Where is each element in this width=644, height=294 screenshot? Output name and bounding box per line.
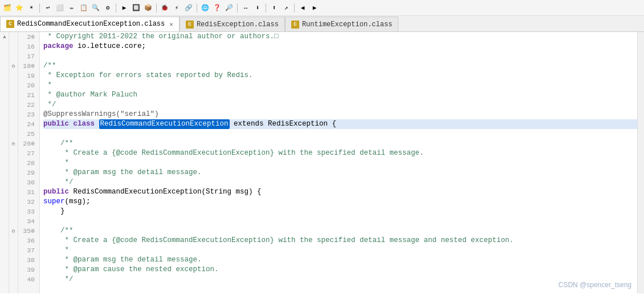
toolbar-icon-19[interactable]: ↔️ [241, 3, 251, 13]
line-number: 38 [18, 255, 37, 265]
collapse-arrow-top[interactable]: ▲ [0, 32, 9, 42]
tab-close-1[interactable]: ✕ [169, 21, 173, 28]
toolbar-icon-16[interactable]: 🌐 [200, 3, 210, 13]
line-number: 39 [18, 265, 37, 275]
code-line: * [43, 245, 637, 255]
line-number: 17 [18, 51, 37, 61]
toolbar-sep-6 [266, 3, 266, 13]
fold-marker [9, 129, 18, 139]
code-line: /** [43, 139, 637, 148]
fold-marker [9, 265, 18, 275]
toolbar-icon-23[interactable]: ◀️ [297, 3, 308, 13]
toolbar-sep-2 [116, 3, 116, 13]
line-number: 21 [18, 90, 37, 100]
toolbar-icon-15[interactable]: 🔗 [184, 3, 194, 13]
code-line [43, 216, 637, 226]
toolbar-icon-12[interactable]: 📦 [143, 3, 153, 13]
code-line: /** [43, 61, 637, 71]
fold-marker [9, 178, 18, 187]
tab-icon-2: C [186, 21, 194, 29]
toolbar-icon-7[interactable]: 📋 [79, 3, 89, 13]
toolbar-icon-18[interactable]: 🔎 [224, 3, 234, 13]
line-number: 18⊕ [18, 61, 37, 71]
left-collapse-gutter: ▲ [0, 32, 9, 293]
tab-icon-1: C [6, 20, 14, 28]
toolbar-icon-10[interactable]: ▶️ [119, 3, 129, 13]
toolbar-sep-3 [156, 3, 157, 13]
fold-marker[interactable]: ⊖ [9, 139, 18, 148]
tab-redis-command-execution[interactable]: C RedisCommandExecutionException.class ✕ [0, 17, 180, 31]
tab-label-1: RedisCommandExecutionException.class [17, 20, 165, 28]
line-number: 37 [18, 245, 37, 255]
code-line: public RedisCommandExecutionException(St… [43, 187, 637, 197]
code-line: * @param msg the detail message. [43, 168, 637, 178]
code-line: public class RedisCommandExecutionExcept… [43, 119, 637, 129]
fold-marker [9, 80, 18, 90]
fold-marker [9, 207, 18, 216]
fold-marker [9, 110, 18, 119]
fold-marker [9, 255, 18, 265]
line-number: 36 [18, 236, 37, 245]
line-number: 34 [18, 216, 37, 226]
toolbar-icon-14[interactable]: ⚡ [172, 3, 182, 13]
toolbar-icon-3[interactable]: ☀️ [26, 3, 36, 13]
watermark: CSDN @spencer_tseng [559, 281, 631, 289]
fold-marker [9, 245, 18, 255]
vertical-scrollbar[interactable] [637, 32, 644, 293]
editor-area: ▲ ⊖⊖⊖ 2⊕161718⊕1920212223242526⊕27282930… [0, 32, 644, 293]
code-line: @SuppressWarnings("serial") [43, 110, 637, 119]
line-number: 25 [18, 129, 37, 139]
line-number: 40 [18, 275, 37, 284]
tabs-bar: C RedisCommandExecutionException.class ✕… [0, 16, 644, 32]
code-line: * [43, 158, 637, 168]
fold-marker [9, 100, 18, 110]
fold-marker [9, 158, 18, 168]
fold-marker [9, 216, 18, 226]
toolbar-icon-5[interactable]: ⬜ [55, 3, 65, 13]
code-editor[interactable]: * Copyright 2011-2022 the original autho… [40, 32, 637, 293]
toolbar-icon-4[interactable]: ↩️ [43, 3, 53, 13]
toolbar-icon-11[interactable]: 🔲 [131, 3, 141, 13]
toolbar-icon-22[interactable]: ↗️ [281, 3, 291, 13]
code-line: /** [43, 226, 637, 236]
toolbar-sep-7 [294, 3, 295, 13]
code-line [43, 129, 637, 139]
fold-marker [9, 148, 18, 158]
line-number: 26⊕ [18, 139, 37, 148]
line-number: 20 [18, 80, 37, 90]
fold-marker [9, 119, 18, 129]
toolbar-icon-9[interactable]: ⚙️ [103, 3, 113, 13]
line-number: 32 [18, 197, 37, 207]
fold-marker[interactable]: ⊖ [9, 226, 18, 236]
toolbar-icon-13[interactable]: 🐞 [160, 3, 170, 13]
fold-marker [9, 42, 18, 51]
toolbar: 🗂️ ⭐ ☀️ ↩️ ⬜ ✏️ 📋 🔍 ⚙️ ▶️ 🔲 📦 🐞 ⚡ 🔗 🌐 ❓ … [0, 0, 644, 16]
toolbar-icon-8[interactable]: 🔍 [91, 3, 101, 13]
code-line: * [43, 80, 637, 90]
toolbar-icon-17[interactable]: ❓ [212, 3, 222, 13]
code-line: * @param msg the detail message. [43, 255, 637, 265]
fold-marker[interactable]: ⊖ [9, 61, 18, 71]
fold-marker [9, 197, 18, 207]
fold-gutter: ⊖⊖⊖ [9, 32, 18, 293]
line-number: 28 [18, 158, 37, 168]
code-line: * Copyright 2011-2022 the original autho… [43, 32, 637, 42]
code-line: * @param cause the nested exception. [43, 265, 637, 275]
code-line: */ [43, 178, 637, 187]
line-number: 29 [18, 168, 37, 178]
tab-icon-3: C [291, 21, 299, 29]
line-number: 19 [18, 71, 37, 80]
tab-redis-exception[interactable]: C RedisException.class [180, 17, 285, 31]
tab-runtime-exception[interactable]: C RuntimeException.class [285, 17, 398, 31]
toolbar-icon-2[interactable]: ⭐ [14, 3, 25, 13]
line-number: 2⊕ [18, 32, 37, 42]
toolbar-icon-1[interactable]: 🗂️ [2, 3, 13, 13]
line-number: 16 [18, 42, 37, 51]
toolbar-icon-21[interactable]: ⬆️ [269, 3, 279, 13]
toolbar-icon-6[interactable]: ✏️ [67, 3, 77, 13]
toolbar-sep-1 [39, 3, 40, 13]
line-number: 24 [18, 119, 37, 129]
toolbar-icon-20[interactable]: ⬇️ [252, 3, 263, 13]
fold-marker [9, 275, 18, 284]
toolbar-icon-24[interactable]: ▶️ [309, 3, 320, 13]
